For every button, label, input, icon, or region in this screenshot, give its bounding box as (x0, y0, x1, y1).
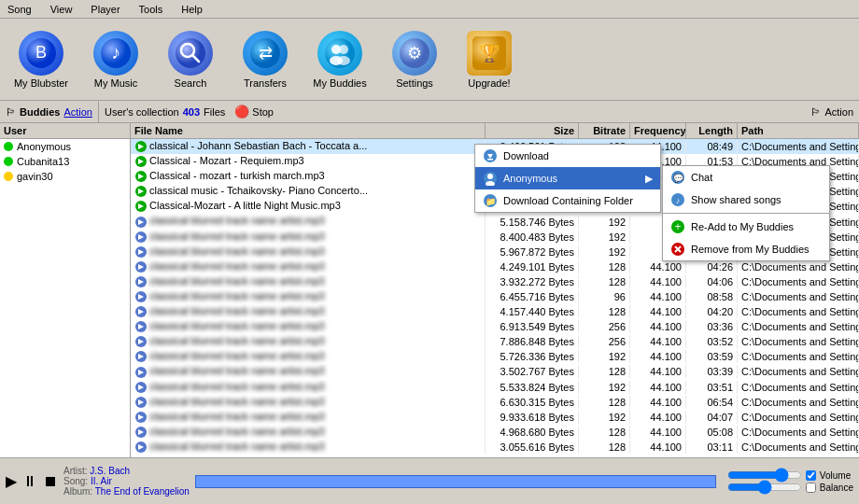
buddy-item-gavin[interactable]: gavin30 (0, 169, 130, 184)
file-row[interactable]: classical blurred track name artist.mp33… (131, 440, 859, 455)
toolbar-upgrade-button[interactable]: 🏆 Upgrade! (456, 27, 523, 92)
file-row[interactable]: classical blurred track name artist.mp33… (131, 274, 859, 289)
toolbar-music-button[interactable]: ♪ My Music (82, 27, 149, 92)
toolbar-settings-button[interactable]: ⚙ Settings (381, 27, 448, 92)
buddy-name-gavin: gavin30 (17, 171, 53, 182)
buddies-label: My Buddies (313, 77, 366, 89)
buddy-item-anonymous[interactable]: Anonymous (0, 139, 130, 154)
artist-value: J.S. Bach (90, 466, 130, 476)
file-row[interactable]: classical blurred track name artist.mp34… (131, 425, 859, 440)
file-cell-path: C:\Documents and Settings\Kim\My Documen… (738, 260, 859, 273)
menu-song[interactable]: Song (4, 3, 35, 16)
flag-right-icon: 🏳 (810, 106, 821, 118)
file-cell-size: 6.630.315 Bytes (486, 396, 579, 409)
file-cell-length: 05:08 (686, 426, 738, 439)
file-cell-bitrate: 128 (579, 426, 630, 439)
album-label: Album: (63, 486, 92, 497)
file-cell-freq: 44.100 (630, 305, 686, 318)
upgrade-label: Upgrade! (468, 77, 510, 89)
menu-tools[interactable]: Tools (135, 3, 167, 16)
settings-icon: ⚙ (392, 31, 437, 76)
ctx-remove-label: Remove from My Buddies (691, 244, 810, 255)
menu-help[interactable]: Help (177, 3, 206, 16)
volume-checkbox[interactable] (806, 470, 816, 481)
ctx-remove[interactable]: Remove from My Buddies (663, 238, 829, 260)
balance-slider[interactable] (727, 483, 802, 491)
ctx-anonymous-label: Anonymous (503, 173, 557, 184)
ctx-anonymous[interactable]: Anonymous ▶ (475, 167, 660, 189)
file-cell-name: classical blurred track name artist.mp3 (131, 230, 486, 245)
col-header-path[interactable]: Path (738, 123, 859, 138)
ctx-download-folder[interactable]: 📁 Download Containing Folder (475, 189, 660, 212)
toolbar-search-button[interactable]: Search (157, 27, 224, 92)
artist-label: Artist: (63, 466, 88, 476)
pause-button[interactable]: ⏸ (22, 473, 37, 490)
file-cell-size: 3.932.272 Bytes (486, 275, 579, 288)
buddies-action-link[interactable]: Action (63, 106, 92, 118)
file-row[interactable]: classical blurred track name artist.mp36… (131, 395, 859, 410)
file-row[interactable]: classical blurred track name artist.mp36… (131, 289, 859, 304)
toolbar-buddies-button[interactable]: My Buddies (306, 27, 373, 92)
file-cell-size: 4.968.680 Bytes (486, 426, 579, 439)
file-cell-size: 6.913.549 Bytes (486, 320, 579, 333)
file-row[interactable]: classical blurred track name artist.mp34… (131, 259, 859, 274)
content-area: 🏳 Buddies Action User's collection 403 F… (0, 101, 859, 504)
file-cell-bitrate: 256 (579, 335, 630, 348)
track-info: Artist: J.S. Bach Song: II. Air Album: T… (63, 466, 190, 497)
file-cell-size: 4.157.440 Bytes (486, 305, 579, 318)
file-cell-freq: 44.100 (630, 260, 686, 273)
col-header-size[interactable]: Size (486, 123, 579, 138)
file-cell-freq: 44.100 (630, 335, 686, 348)
volume-label: Volume (820, 470, 851, 481)
file-cell-path: C:\Documents and Settings\Kim\My Documen… (738, 305, 859, 318)
file-cell-length: 04:20 (686, 305, 738, 318)
ctx-download[interactable]: Download (475, 145, 660, 167)
file-cell-bitrate: 128 (579, 441, 630, 454)
album-row: Album: The End of Evangelion (63, 486, 190, 497)
file-cell-size: 7.886.848 Bytes (486, 335, 579, 348)
file-cell-freq: 44.100 (630, 411, 686, 424)
ctx-re-add[interactable]: + Re-Add to My Buddies (663, 216, 829, 238)
col-header-length[interactable]: Length (686, 123, 738, 138)
file-cell-bitrate: 192 (579, 411, 630, 424)
toolbar-blubster-button[interactable]: B My Blubster (7, 27, 75, 92)
ctx-download-label: Download (503, 150, 549, 161)
svg-text:⇄: ⇄ (259, 44, 273, 63)
file-cell-length: 08:49 (686, 140, 738, 153)
volume-slider[interactable] (727, 471, 802, 479)
file-row[interactable]: classical blurred track name artist.mp39… (131, 410, 859, 425)
file-row[interactable]: classical blurred track name artist.mp35… (131, 380, 859, 395)
file-cell-size: 6.455.716 Bytes (486, 290, 579, 303)
file-row[interactable]: classical blurred track name artist.mp36… (131, 319, 859, 334)
file-cell-length: 03:51 (686, 381, 738, 394)
toolbar-transfers-button[interactable]: ⇄ Transfers (232, 27, 299, 92)
file-row[interactable]: classical blurred track name artist.mp33… (131, 364, 859, 379)
file-cell-name: classical blurred track name artist.mp3 (131, 425, 486, 440)
progress-bar[interactable] (195, 475, 716, 488)
file-cell-bitrate: 192 (579, 231, 630, 244)
ctx-chat[interactable]: 💬 Chat (663, 166, 829, 189)
menu-player[interactable]: Player (87, 3, 123, 16)
balance-checkbox[interactable] (806, 483, 816, 493)
svg-point-11 (339, 45, 348, 54)
file-row[interactable]: classical blurred track name artist.mp34… (131, 304, 859, 319)
menu-view[interactable]: View (47, 3, 77, 16)
play-button[interactable]: ▶ (6, 472, 17, 490)
stop-button[interactable]: 🔴 Stop (229, 104, 279, 119)
album-value: The End of Evangelion (95, 486, 190, 497)
ctx-shared-songs[interactable]: ♪ Show shared songs (663, 189, 829, 211)
col-header-bitrate[interactable]: Bitrate (579, 123, 630, 138)
right-action[interactable]: 🏳 Action (805, 106, 859, 118)
file-row[interactable]: classical blurred track name artist.mp35… (131, 349, 859, 364)
file-cell-path: C:\Documents and Settings\Kim\My Documen… (738, 441, 859, 454)
file-row[interactable]: classical blurred track name artist.mp37… (131, 334, 859, 349)
file-cell-name: classical blurred track name artist.mp3 (131, 289, 486, 304)
buddy-item-cubanita[interactable]: Cubanita13 (0, 154, 130, 169)
stop-player-button[interactable]: ⏹ (43, 473, 58, 490)
ctx-shared-songs-label: Show shared songs (691, 194, 782, 205)
file-cell-path: C:\Documents and Settings\Kim\My Documen… (738, 426, 859, 439)
col-header-freq[interactable]: Frequency (630, 123, 686, 138)
file-cell-bitrate: 192 (579, 381, 630, 394)
transfers-icon: ⇄ (243, 31, 288, 76)
col-header-name[interactable]: File Name (131, 123, 486, 138)
